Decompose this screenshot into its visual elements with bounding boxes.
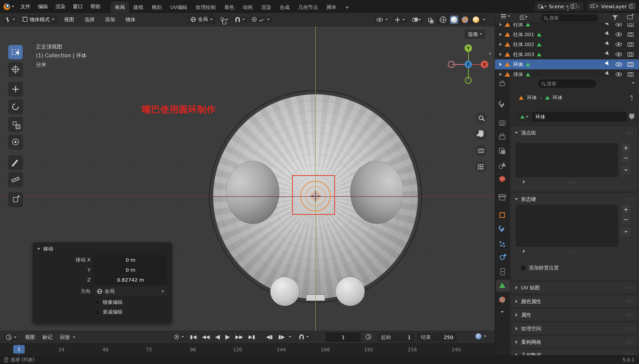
mode-selector[interactable]: 物体模式 [20,15,58,24]
viewlayer-selector[interactable]: ViewLayer [587,2,635,11]
expand-filter-icon[interactable] [523,250,525,253]
shading-rendered-button[interactable] [472,16,480,24]
frame-end-field[interactable]: 结束 250 [417,332,457,342]
previous-keyframe-button[interactable]: ◀◀ [200,333,211,341]
timeline-menu-playback[interactable]: 回放 [60,334,70,340]
left-eye-cone-object[interactable] [226,161,279,224]
eye-icon[interactable] [615,42,622,46]
right-eye-cone-object[interactable] [350,161,404,224]
expand-chevron-icon[interactable] [499,23,502,26]
selectable-icon[interactable] [605,31,611,38]
tool-transform[interactable] [8,135,23,149]
viewport-menu-object[interactable]: 物体 [122,16,139,23]
next-keyframe-button[interactable]: ▶▶ [234,333,245,341]
panel-texture-space[interactable]: 纹理空间 ∷∷ [511,323,637,334]
tab-world[interactable] [498,175,506,182]
shape-key-specials-button[interactable] [621,227,630,236]
panel-grip-icon[interactable]: ∷∷ [626,352,633,355]
tab-collection[interactable] [498,194,506,201]
orientation-dropdown[interactable]: 全局 [94,287,167,296]
properties-search[interactable] [538,79,596,88]
move-x-field[interactable]: 0 m [94,255,167,264]
vertex-group-specials-button[interactable] [621,166,630,175]
tab-material[interactable] [498,296,506,303]
shading-wireframe-button[interactable] [439,16,447,24]
vertex-groups-header[interactable]: 顶点组 ∷∷ [511,127,637,139]
timeline-menu-view[interactable]: 视图 [25,334,35,340]
move-panel-header[interactable]: 移动 [33,242,172,254]
gizmos-selector[interactable] [393,16,407,23]
eye-icon[interactable] [615,52,622,56]
gizmo-ball-x-negative[interactable] [448,61,455,68]
falloff-editing-checkbox[interactable] [94,309,100,315]
move-z-field[interactable]: 0.82742 m [94,275,167,284]
camera-icon[interactable] [627,62,633,66]
add-vertex-group-button[interactable]: + [621,143,630,152]
panel-grip-icon[interactable]: ∷∷ [626,326,633,331]
vertex-groups-list[interactable] [516,143,618,177]
gizmo-ball-x[interactable]: X [481,61,488,68]
eye-icon[interactable] [615,62,622,66]
auto-keying-toggle[interactable] [172,334,186,340]
selectable-icon[interactable] [605,61,611,68]
workspace-tab-compositing[interactable]: 合成 [275,2,294,13]
tab-output[interactable] [498,133,506,140]
pin-icon[interactable] [630,95,632,97]
proportional-editing-selector[interactable] [250,16,272,22]
tool-select-box[interactable] [8,45,23,60]
zoom-button[interactable] [475,112,487,124]
workspace-tab-shading[interactable]: 着色 [220,2,238,13]
menu-help[interactable]: 帮助 [87,0,104,13]
shading-solid-button[interactable] [450,16,458,24]
menu-window[interactable]: 窗口 [69,0,87,13]
gizmo-ball-y[interactable]: Y [464,44,472,52]
transform-pivot-selector[interactable] [219,16,230,22]
workspace-tab-geometry-nodes[interactable]: 几何节点 [294,2,322,13]
play-reverse-button[interactable]: ◀ [214,332,221,341]
expand-chevron-icon[interactable] [499,43,502,46]
tool-add-cube[interactable] [8,192,23,207]
jump-to-start-button[interactable]: ▮◀ [189,333,198,341]
tab-object-data-active[interactable] [498,282,506,289]
right-foot-sphere-object[interactable] [336,277,365,306]
camera-icon[interactable] [627,32,633,37]
viewport-3d[interactable]: 正交顶视图 (1) Collection | 环体 分米 嘴巴使用圆环制作 选项… [0,26,495,331]
workspace-tab-layout[interactable]: 布局 [111,2,129,13]
outliner-editor-type[interactable] [501,14,510,18]
outliner-row-cylinder-001[interactable]: 柱体.001 [495,30,639,40]
toggle-orthographic-button[interactable] [475,162,487,173]
remove-vertex-group-button[interactable]: − [621,153,630,162]
timeline-ruler[interactable]: 24 48 72 96 120 144 168 192 216 240 1 [0,343,495,356]
tab-constraints[interactable] [498,268,506,275]
panel-color-attributes[interactable]: 颜色属性 ∷∷ [511,296,637,307]
outliner-filter-button[interactable] [612,15,618,20]
shape-keys-header[interactable]: 形态键 ∷∷ [511,193,637,205]
pan-button[interactable] [475,128,487,140]
outliner-search-input[interactable] [549,15,587,21]
shape-keys-list[interactable] [516,205,618,247]
viewport-menu-select[interactable]: 选择 [81,16,98,23]
region-collapse-arrow[interactable]: ‹ [489,49,491,58]
workspace-tab-modeling[interactable]: 建模 [129,2,148,13]
new-viewlayer-icon[interactable] [629,4,632,8]
eye-icon[interactable] [615,22,622,26]
step-back-button[interactable]: ◀▮ [265,333,274,341]
play-button[interactable]: ▶ [224,332,231,341]
panel-grip-icon[interactable]: ∷∷ [626,130,633,136]
gizmo-ball-y-negative[interactable] [465,77,472,84]
tool-measure[interactable] [8,172,23,187]
tab-scene[interactable] [498,162,506,169]
panel-grip-icon[interactable]: ∷∷ [626,312,633,318]
camera-icon[interactable] [627,22,633,27]
breadcrumb-data[interactable]: 环体 [553,94,563,101]
tool-cursor[interactable] [8,62,23,76]
camera-icon[interactable] [627,72,633,76]
frame-start-field[interactable]: 起始 1 [377,332,415,342]
panel-grip-icon[interactable]: ∷∷ [626,299,633,304]
selectable-icon[interactable] [605,41,611,48]
vertex-groups-resize-grip[interactable]: ∷∷ [569,180,576,185]
gizmo-ball-z[interactable]: Z [464,61,472,68]
properties-editor-type[interactable] [498,80,506,87]
camera-icon[interactable] [627,42,633,47]
tab-strip-overflow[interactable] [498,311,506,318]
